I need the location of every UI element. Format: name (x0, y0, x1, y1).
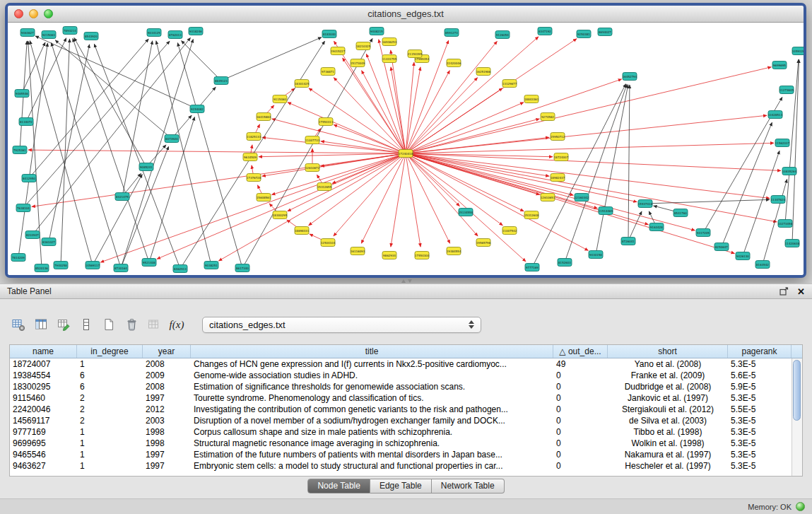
table-row[interactable]: 1872400712008Changes of HCN gene express… (10, 358, 802, 370)
graph-node[interactable]: 18210325 (356, 42, 371, 50)
graph-node[interactable]: 17376728 (247, 174, 261, 182)
graph-node[interactable]: 9777169 (525, 264, 539, 271)
citation-edge-red[interactable] (272, 119, 406, 153)
graph-node[interactable]: 9085241 (139, 163, 153, 171)
graph-node[interactable]: 9038251 (204, 262, 218, 269)
tab-node-table[interactable]: Node Table (307, 479, 370, 493)
graph-node[interactable]: 12610672 (305, 164, 320, 172)
graph-node[interactable]: 18698331 (295, 227, 310, 235)
table-row[interactable]: 1830029562008Estimation of significance … (10, 381, 802, 392)
close-panel-icon[interactable]: ✕ (797, 287, 805, 296)
graph-node[interactable]: 10273456 (778, 220, 793, 228)
window-minimize-button[interactable] (29, 9, 38, 18)
graph-node[interactable]: 8250647 (714, 243, 729, 251)
citation-edge-red[interactable] (406, 67, 771, 153)
graph-node[interactable]: 7893214 (63, 27, 77, 35)
citation-edge-black[interactable] (49, 45, 90, 242)
graph-node[interactable]: 9521408 (142, 259, 156, 267)
graph-node[interactable]: 13129677 (502, 80, 517, 88)
graph-node[interactable]: 8183040 (322, 30, 336, 38)
window-close-button[interactable] (14, 9, 23, 18)
graph-node[interactable]: 19565796 (476, 239, 491, 247)
citation-edge-red[interactable] (406, 78, 478, 153)
graph-node[interactable]: 19384554 (447, 247, 461, 255)
scrollbar-thumb[interactable] (793, 360, 801, 421)
graph-node[interactable]: 9465546 (15, 90, 29, 98)
graph-node[interactable]: 7940258 (54, 262, 68, 269)
table-row[interactable]: 969969511998Structural magnetic resonanc… (10, 438, 802, 449)
citation-edge-red[interactable] (391, 50, 406, 153)
graph-node[interactable]: 17240418 (399, 150, 413, 158)
citation-edge-black[interactable] (26, 38, 66, 122)
graph-node[interactable]: 15312648 (524, 211, 539, 219)
graph-node[interactable]: 8473920 (165, 135, 179, 143)
graph-node[interactable]: 16116093 (351, 247, 365, 255)
graph-node[interactable]: 11431755 (382, 55, 397, 63)
graph-node[interactable]: 7638104 (16, 204, 30, 212)
column-header-short[interactable]: short (608, 345, 728, 358)
graph-node[interactable]: 8134072 (19, 118, 33, 126)
citation-edge-red[interactable] (366, 54, 406, 153)
citation-edge-black[interactable] (628, 85, 630, 241)
citation-edge-red[interactable] (406, 37, 539, 153)
column-header-out_degree[interactable]: △ out_de... (553, 345, 608, 358)
graph-node[interactable]: 15937418 (638, 200, 653, 208)
graph-node[interactable]: 9699695 (772, 62, 787, 69)
graph-node[interactable]: 9034125 (147, 29, 161, 37)
graph-node[interactable]: 17554311 (319, 118, 334, 126)
table-row[interactable]: 911546021997Tourette syndrome. Phenomeno… (10, 392, 802, 404)
graph-node[interactable]: 8462913 (173, 265, 187, 273)
row-height-icon[interactable] (78, 316, 95, 333)
citation-edge-red[interactable] (406, 153, 450, 243)
citation-edge-red[interactable] (343, 58, 406, 153)
graph-node[interactable]: 9215063 (42, 31, 56, 39)
citation-edge-black[interactable] (565, 84, 627, 262)
graph-node[interactable]: 8591273 (445, 29, 459, 37)
network-canvas[interactable]: 1724041818724007189824371261065115312648… (8, 23, 804, 275)
column-header-title[interactable]: title (191, 345, 553, 358)
graph-node[interactable]: 8412950 (22, 175, 36, 182)
graph-node[interactable]: 9430158 (589, 251, 603, 259)
tab-edge-table[interactable]: Edge Table (370, 479, 432, 493)
table-row[interactable]: 1938455462009Genome-wide association stu… (10, 370, 802, 381)
graph-node[interactable]: 9408215 (370, 28, 384, 35)
citation-edge-black[interactable] (645, 199, 770, 204)
graph-node[interactable]: 17554300 (415, 252, 430, 259)
graph-node[interactable]: 8762013 (168, 31, 182, 39)
citation-edge-red[interactable] (406, 103, 524, 153)
graph-node[interactable]: 8347192 (538, 28, 552, 35)
citation-edge-red[interactable] (406, 115, 767, 153)
column-visibility-icon[interactable] (33, 316, 49, 333)
citation-edge-red[interactable] (288, 103, 406, 153)
citation-edge-black[interactable] (722, 122, 772, 247)
citation-edge-red[interactable] (406, 153, 735, 254)
graph-node[interactable]: 22420046 (447, 59, 461, 67)
citation-edge-red[interactable] (406, 153, 420, 247)
graph-node[interactable]: 8730164 (114, 264, 128, 272)
table-row[interactable]: 1456911722003Disruption of a novel membe… (10, 415, 802, 426)
citation-edge-black[interactable] (221, 37, 322, 81)
window-zoom-button[interactable] (44, 9, 53, 18)
citation-edge-black[interactable] (156, 41, 211, 265)
citation-edge-black[interactable] (596, 85, 628, 255)
graph-node[interactable]: 9126054 (495, 31, 510, 39)
table-scrollbar[interactable] (792, 358, 802, 476)
citation-edge-red[interactable] (406, 153, 502, 226)
graph-node[interactable]: 11825133 (247, 133, 261, 141)
graph-node[interactable]: 18300295 (273, 211, 288, 219)
graph-node[interactable]: 9862934 (382, 252, 396, 259)
tab-network-table[interactable]: Network Table (432, 479, 505, 493)
graph-node[interactable]: 10428513 (768, 111, 783, 119)
citation-edge-red[interactable] (321, 141, 406, 153)
graph-node[interactable]: 12504104 (321, 239, 336, 247)
citation-edge-black[interactable] (177, 43, 242, 268)
graph-node[interactable]: 9426130 (736, 252, 750, 260)
citation-edge-red[interactable] (406, 153, 478, 236)
table-row[interactable]: 946554611997Estimation of the future num… (10, 449, 802, 460)
panel-divider-handle[interactable] (399, 279, 413, 284)
graph-node[interactable]: 15134558 (459, 209, 473, 216)
graph-node[interactable]: 10591283 (792, 47, 804, 55)
graph-node[interactable]: 18982437 (551, 174, 565, 182)
citation-edge-red[interactable] (334, 78, 406, 153)
graph-node[interactable]: 9634509 (243, 153, 257, 161)
